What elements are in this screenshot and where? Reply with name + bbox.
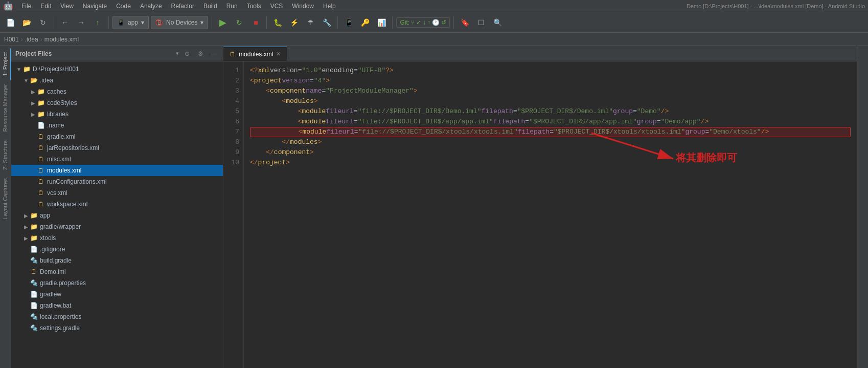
tree-item-local-props[interactable]: 🔩 local.properties (11, 311, 223, 322)
tree-item-modules-xml[interactable]: 🗒 modules.xml (11, 165, 223, 176)
app-dropdown[interactable]: 📱 app ▾ (112, 16, 149, 29)
code-eq-5b: = (513, 106, 517, 117)
sidebar-item-resource-manager[interactable]: Resource Manager (0, 80, 11, 136)
tree-item-libraries[interactable]: ▶ 📁 libraries (11, 109, 223, 120)
tab-modules-xml[interactable]: 🗒 modules.xml ✕ (223, 47, 287, 61)
menu-tools[interactable]: Tools (243, 2, 265, 11)
todo-button[interactable]: ☐ (474, 15, 488, 30)
menu-file[interactable]: File (17, 2, 35, 11)
code-val-encoding: "UTF-8" (358, 66, 386, 76)
code-tag-module-3: module (302, 127, 326, 137)
bookmark-button[interactable]: 🔖 (458, 15, 472, 30)
no-devices-dropdown[interactable]: 📵 No Devices ▾ (151, 16, 208, 29)
open-button[interactable]: 📂 (19, 15, 34, 30)
line-num-8: 8 (223, 137, 239, 147)
code-tag-xml: xml (258, 66, 270, 76)
tree-item-dotname[interactable]: 📄 .name (11, 120, 223, 131)
forward-button[interactable]: → (74, 15, 88, 30)
menu-window[interactable]: Window (288, 2, 318, 11)
toolbar-sep-6 (392, 16, 393, 29)
profile-button[interactable]: ⚡ (287, 15, 301, 30)
menu-edit[interactable]: Edit (36, 2, 55, 11)
code-editor[interactable]: 1 2 3 4 5 6 7 8 9 10 <?xml version="1.0"… (223, 61, 857, 368)
tree-item-workspace-xml[interactable]: 🗒 workspace.xml (11, 199, 223, 210)
stop-button[interactable]: ■ (248, 15, 263, 30)
avd-button[interactable]: 📱 (341, 15, 356, 30)
sidebar-item-layout-captures[interactable]: Layout Captures (0, 174, 11, 224)
git-button[interactable]: Git: ⑂ ✓ ↓ ↑ 🕐 ↺ (396, 17, 450, 28)
breadcrumb-modules-xml[interactable]: modules.xml (44, 36, 79, 43)
code-eq-5c: = (633, 106, 637, 117)
tree-item-jar-repos[interactable]: 🗒 jarRepositories.xml (11, 142, 223, 154)
menu-help[interactable]: Help (319, 2, 340, 11)
attach-button[interactable]: 🔧 (319, 15, 334, 30)
sidebar-item-structure[interactable]: Z- Structure (0, 136, 11, 174)
code-line-5: <module fileurl="file://$PROJECT_DIR$/De… (250, 106, 851, 117)
app-icon: 📱 (117, 19, 125, 26)
tree-item-caches[interactable]: ▶ 📁 caches (11, 86, 223, 97)
coverage-button[interactable]: ☂ (303, 15, 317, 30)
sidebar-item-project[interactable]: 1: Project (0, 48, 11, 80)
scroll-to-source-button[interactable]: ⊙ (182, 49, 192, 59)
toolbar-sep-4 (266, 16, 267, 29)
sync-button[interactable]: ↻ (36, 15, 50, 30)
tree-label-workspace-xml: workspace.xml (47, 201, 221, 208)
tab-close-button[interactable]: ✕ (276, 51, 281, 57)
tree-item-run-configs[interactable]: 🗒 runConfigurations.xml (11, 176, 223, 187)
menu-run[interactable]: Run (222, 2, 242, 11)
up-button[interactable]: ↑ (90, 15, 105, 30)
code-bracket-3a: < (266, 86, 270, 96)
menu-refactor[interactable]: Refactor (167, 2, 198, 11)
code-bracket-6b: /> (701, 117, 709, 127)
menu-code[interactable]: Code (112, 2, 135, 11)
code-content[interactable]: <?xml version="1.0" encoding="UTF-8"?> <… (244, 61, 857, 368)
code-tag-component: component (270, 86, 306, 96)
editor-tabs: 🗒 modules.xml ✕ (223, 46, 857, 61)
tree-label-demo-iml: Demo.iml (40, 268, 221, 275)
code-val-fileurl-1: "file://$PROJECT_DIR$/Demo.iml" (358, 106, 482, 117)
run-button[interactable]: ▶ (216, 15, 230, 30)
search-button[interactable]: 🔍 (490, 15, 505, 30)
tree-item-app[interactable]: ▶ 📁 app (11, 210, 223, 221)
tree-item-xtools[interactable]: ▶ 📁 xtools (11, 232, 223, 244)
code-eq-5a: = (354, 106, 358, 117)
settings-button[interactable]: ⚙ (195, 49, 205, 59)
tree-item-root[interactable]: ▼ 📁 D:\Projects\H001 (11, 63, 223, 75)
new-file-button[interactable]: 📄 (3, 15, 17, 30)
tree-item-vcs-xml[interactable]: 🗒 vcs.xml (11, 187, 223, 199)
code-tag-close-component: component (274, 147, 310, 158)
breadcrumb-h001[interactable]: H001 (4, 36, 19, 43)
tree-item-demo-iml[interactable]: 🗒 Demo.iml (11, 266, 223, 277)
code-bracket-3b: > (414, 86, 418, 96)
rerun-button[interactable]: ↻ (232, 15, 246, 30)
menu-navigate[interactable]: Navigate (79, 2, 111, 11)
tree-item-build-gradle[interactable]: 🔩 build.gradle (11, 255, 223, 266)
tree-item-gradle-xml[interactable]: 🗒 gradle.xml (11, 131, 223, 142)
menu-view[interactable]: View (56, 2, 78, 11)
tree-item-gitignore[interactable]: 📄 .gitignore (11, 244, 223, 255)
menu-analyze[interactable]: Analyze (136, 2, 166, 11)
tree-item-gradlew[interactable]: 📄 gradlew (11, 289, 223, 300)
profiler-button[interactable]: 📊 (374, 15, 389, 30)
code-bracket-5b: /> (661, 106, 669, 117)
menu-build[interactable]: Build (199, 2, 221, 11)
breadcrumb-idea[interactable]: .idea (25, 36, 38, 43)
menu-vcs[interactable]: VCS (266, 2, 287, 11)
bug-button[interactable]: 🐛 (270, 15, 285, 30)
code-tag-close-project: project (258, 158, 286, 168)
tree-item-codestyles[interactable]: ▶ 📁 codeStyles (11, 97, 223, 109)
back-button[interactable]: ← (58, 15, 72, 30)
close-panel-button[interactable]: — (209, 49, 219, 59)
code-eq-6b: = (525, 117, 529, 127)
tree-item-gradle-props[interactable]: 🔩 gradle.properties (11, 277, 223, 289)
tree-item-gradle-wrapper[interactable]: ▶ 📁 gradle/wrapper (11, 221, 223, 232)
code-bracket-9a: </ (266, 147, 274, 158)
line-num-4: 4 (223, 96, 239, 106)
code-line-1: <?xml version="1.0" encoding="UTF-8"?> (250, 66, 851, 76)
tree-item-misc-xml[interactable]: 🗒 misc.xml (11, 154, 223, 165)
sdk-button[interactable]: 🔑 (358, 15, 372, 30)
tree-item-gradlew-bat[interactable]: 📄 gradlew.bat (11, 300, 223, 311)
tree-item-settings-gradle[interactable]: 🔩 settings.gradle (11, 322, 223, 334)
tree-item-idea[interactable]: ▼ 📂 .idea (11, 75, 223, 86)
code-val-filepath-3: "$PROJECT_DIR$/xtools/xtools.iml" (554, 127, 685, 137)
